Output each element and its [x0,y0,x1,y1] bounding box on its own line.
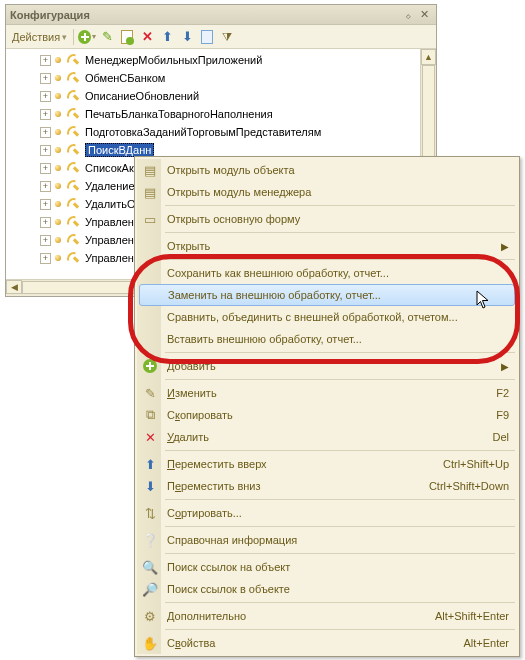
wrench-icon [65,160,81,176]
expand-toggle[interactable]: + [40,73,51,84]
expand-toggle[interactable]: + [40,163,51,174]
menu-item[interactable]: ▤Открыть модуль менеджера [137,181,517,203]
sheet-button[interactable] [198,28,216,46]
menu-item[interactable]: ⚙ДополнительноAlt+Shift+Enter [137,605,517,627]
wrench-icon [65,178,81,194]
expand-toggle[interactable]: + [40,127,51,138]
wrench-icon [65,250,81,266]
menu-item[interactable]: ⧉СкопироватьF9 [137,404,517,426]
menu-item-label: Открыть основную форму [167,213,509,225]
menu-item[interactable]: ✕УдалитьDel [137,426,517,448]
wrench-icon [65,196,81,212]
menu-shortcut: F2 [496,387,509,399]
menu-item[interactable]: Вставить внешнюю обработку, отчет... [137,328,517,350]
move-down-button[interactable]: ⬇ [178,28,196,46]
tree-item[interactable]: +ОбменСБанком [12,69,436,87]
down-icon: ⬇ [141,477,159,495]
bullet-icon [55,93,61,99]
toolbar-separator [73,29,74,45]
wrench-icon [65,88,81,104]
panel-title: Конфигурация [10,9,400,21]
menu-item-label: Скопировать [167,409,486,421]
filter-button[interactable]: ⧩ [218,28,236,46]
scroll-left-button[interactable]: ◀ [6,280,22,294]
expand-toggle[interactable]: + [40,217,51,228]
menu-item[interactable]: 🔎Поиск ссылок в объекте [137,578,517,600]
tree-item-label: ПодготовкаЗаданийТорговымПредставителям [85,126,321,138]
arrow-up-icon: ⬆ [162,29,173,44]
tree-item[interactable]: +ОписаниеОбновлений [12,87,436,105]
menu-item[interactable]: ⬇Переместить внизCtrl+Shift+Down [137,475,517,497]
menu-separator [165,379,515,380]
expand-toggle[interactable]: + [40,199,51,210]
move-up-button[interactable]: ⬆ [158,28,176,46]
menu-item[interactable]: ✎ИзменитьF2 [137,382,517,404]
scroll-up-button[interactable]: ▲ [421,49,436,65]
menu-separator [165,553,515,554]
wrench-icon [65,232,81,248]
bullet-icon [55,129,61,135]
menu-item-label: Сохранить как внешнюю обработку, отчет..… [167,267,509,279]
expand-toggle[interactable]: + [40,55,51,66]
expand-toggle[interactable]: + [40,109,51,120]
menu-item-label: Поиск ссылок на объект [167,561,509,573]
module-icon: ▤ [141,161,159,179]
delete-button[interactable]: ✕ [138,28,156,46]
menu-item[interactable]: Заменить на внешнюю обработку, отчет... [139,284,515,306]
menu-item[interactable]: ⬆Переместить вверхCtrl+Shift+Up [137,453,517,475]
menu-separator [165,499,515,500]
actions-menu[interactable]: Действия ▾ [10,31,69,43]
up-icon: ⬆ [141,455,159,473]
bullet-icon [55,111,61,117]
tree-item[interactable]: +МенеджерМобильныхПриложений [12,51,436,69]
submenu-arrow-icon: ▶ [501,241,509,252]
tree-item[interactable]: +ПодготовкаЗаданийТорговымПредставителям [12,123,436,141]
menu-separator [165,352,515,353]
wrench-icon [65,142,81,158]
props-icon: ✋ [141,634,159,652]
expand-toggle[interactable]: + [40,181,51,192]
menu-item[interactable]: ▭Открыть основную форму [137,208,517,230]
menu-item-label: Дополнительно [167,610,425,622]
menu-item[interactable]: Добавить▶ [137,355,517,377]
menu-item[interactable]: Открыть▶ [137,235,517,257]
page-plus-icon [121,30,133,44]
menu-item[interactable]: ❔Справочная информация [137,529,517,551]
expand-toggle[interactable]: + [40,145,51,156]
menu-separator [165,526,515,527]
wrench-icon [65,106,81,122]
menu-item[interactable]: 🔍Поиск ссылок на объект [137,556,517,578]
pencil-icon: ✎ [141,384,159,402]
menu-item[interactable]: ▤Открыть модуль объекта [137,159,517,181]
sheet-icon [201,30,213,44]
menu-item[interactable]: ✋СвойстваAlt+Enter [137,632,517,654]
chevron-down-icon: ▾ [92,32,96,41]
wrench-icon [65,52,81,68]
tree-item-label: ОбменСБанком [85,72,165,84]
menu-item-label: Добавить [167,360,501,372]
menu-shortcut: Ctrl+Shift+Down [429,480,509,492]
menu-item[interactable]: Сохранить как внешнюю обработку, отчет..… [137,262,517,284]
pin-button[interactable]: ⬦ [400,8,416,22]
menu-item-label: Сортировать... [167,507,509,519]
new-page-button[interactable] [118,28,136,46]
menu-item-label: Открыть модуль объекта [167,164,509,176]
pencil-icon: ✎ [102,29,113,44]
edit-button[interactable]: ✎ [98,28,116,46]
expand-toggle[interactable]: + [40,253,51,264]
expand-toggle[interactable]: + [40,91,51,102]
tree-item[interactable]: +ПечатьБланкаТоварногоНаполнения [12,105,436,123]
menu-item[interactable]: ⇅Сортировать... [137,502,517,524]
bullet-icon [55,183,61,189]
add-button[interactable]: ▾ [78,28,96,46]
menu-item-label: Заменить на внешнюю обработку, отчет... [168,289,506,301]
bullet-icon [55,237,61,243]
close-button[interactable]: ✕ [416,8,432,22]
bullet-icon [55,57,61,63]
menu-shortcut: F9 [496,409,509,421]
menu-shortcut: Alt+Enter [463,637,509,649]
module-icon: ▤ [141,183,159,201]
menu-item[interactable]: Сравнить, объединить с внешней обработко… [137,306,517,328]
menu-item-label: Справочная информация [167,534,509,546]
expand-toggle[interactable]: + [40,235,51,246]
